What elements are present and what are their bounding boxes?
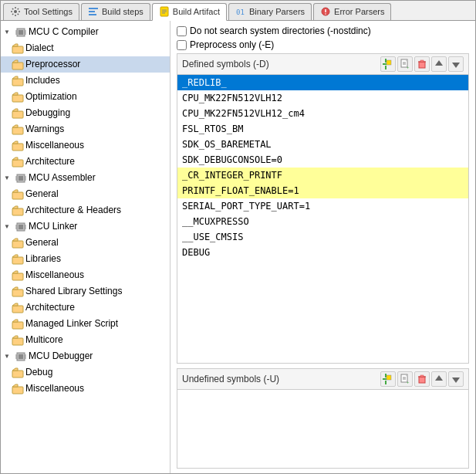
svg-rect-25 bbox=[12, 127, 23, 134]
expand-mcu-debugger: ▼ bbox=[2, 349, 12, 364]
folder-icon-misc-linker bbox=[12, 269, 24, 282]
svg-rect-49 bbox=[12, 289, 23, 296]
undef-delete-button[interactable] bbox=[414, 371, 430, 387]
symbol-item[interactable]: _CR_INTEGER_PRINTF bbox=[177, 168, 468, 183]
tree-node-shared-library-settings[interactable]: Shared Library Settings bbox=[1, 283, 170, 300]
defined-delete-button[interactable] bbox=[414, 56, 430, 72]
tab-build-steps[interactable]: Build steps bbox=[81, 3, 150, 20]
tree-node-mcu-assembler[interactable]: ▼ MCU Assembler bbox=[1, 170, 170, 186]
svg-rect-36 bbox=[12, 192, 23, 199]
defined-add-file-button[interactable]: + bbox=[397, 56, 413, 72]
label-debugging: Debugging bbox=[25, 106, 70, 120]
svg-rect-79 bbox=[387, 375, 391, 380]
symbol-item[interactable]: PRINTF_FLOAT_ENABLE=1 bbox=[177, 183, 468, 198]
right-panel: Do not search system directories (-nostd… bbox=[170, 21, 475, 473]
defined-move-down-button[interactable] bbox=[448, 56, 464, 72]
tree-node-miscellaneous-c[interactable]: Miscellaneous bbox=[1, 137, 170, 154]
svg-rect-20 bbox=[12, 46, 23, 53]
tab-binary-parsers[interactable]: 01 Binary Parsers bbox=[228, 3, 312, 20]
tree-node-preprocessor[interactable]: Preprocessor bbox=[1, 56, 170, 73]
tree-node-debug-dbg[interactable]: Debug bbox=[1, 364, 170, 381]
svg-rect-63 bbox=[385, 59, 387, 63]
chip-icon-debugger bbox=[15, 350, 27, 363]
tab-error-parsers-label: Error Parsers bbox=[334, 7, 384, 16]
defined-add-button[interactable] bbox=[380, 56, 396, 72]
tree-node-multicore[interactable]: Multicore bbox=[1, 332, 170, 348]
symbol-item[interactable]: SDK_OS_BAREMETAL bbox=[177, 137, 468, 152]
folder-icon-libraries bbox=[12, 253, 24, 266]
tree-node-mcu-linker[interactable]: ▼ MCU Linker bbox=[1, 218, 170, 235]
undef-move-up-button[interactable] bbox=[431, 371, 447, 387]
symbol-item[interactable]: CPU_MK22FN512VLH12_cm4 bbox=[177, 106, 468, 121]
tree-node-libraries[interactable]: Libraries bbox=[1, 251, 170, 267]
tree-node-managed-linker-script[interactable]: Managed Linker Script bbox=[1, 316, 170, 332]
label-debug-dbg: Debug bbox=[25, 365, 52, 380]
tree-node-mcu-c-compiler[interactable]: ▼ MCU C Compiler bbox=[1, 24, 170, 40]
svg-rect-46 bbox=[12, 241, 23, 248]
nostdinc-checkbox[interactable] bbox=[177, 26, 187, 36]
symbol-item[interactable]: CPU_MK22FN512VLH12 bbox=[177, 90, 468, 106]
undef-add-file-button[interactable]: + bbox=[397, 371, 413, 387]
nostdinc-row: Do not search system directories (-nostd… bbox=[177, 25, 469, 36]
tree-node-architecture-linker[interactable]: Architecture bbox=[1, 300, 170, 316]
tree-node-optimization[interactable]: Optimization bbox=[1, 89, 170, 105]
folder-icon-arch-c bbox=[12, 156, 24, 168]
svg-rect-73 bbox=[420, 60, 424, 62]
tree-node-includes[interactable]: Includes bbox=[1, 73, 170, 89]
symbol-item[interactable]: SERIAL_PORT_TYPE_UART=1 bbox=[177, 198, 468, 214]
svg-rect-76 bbox=[385, 374, 387, 378]
chip-icon-c-compiler bbox=[15, 26, 27, 39]
label-optimization: Optimization bbox=[25, 90, 77, 104]
tree-node-general-linker[interactable]: General bbox=[1, 235, 170, 251]
build-steps-icon bbox=[88, 6, 99, 17]
svg-text:+: + bbox=[407, 380, 410, 384]
symbol-item[interactable]: DEBUG bbox=[177, 245, 468, 260]
tree-node-debugging[interactable]: Debugging bbox=[1, 105, 170, 121]
tab-tool-settings[interactable]: Tool Settings bbox=[3, 3, 79, 20]
label-managed-linker-script: Managed Linker Script bbox=[25, 317, 118, 331]
tab-build-artifact[interactable]: Build Artifact bbox=[152, 3, 227, 21]
label-miscellaneous-linker: Miscellaneous bbox=[25, 268, 84, 283]
label-general-asm: General bbox=[25, 187, 59, 201]
tab-build-steps-label: Build steps bbox=[102, 7, 143, 16]
svg-rect-13 bbox=[19, 30, 23, 35]
label-miscellaneous-c: Miscellaneous bbox=[25, 138, 84, 153]
svg-rect-61 bbox=[12, 371, 23, 378]
preprocess-only-checkbox[interactable] bbox=[177, 40, 187, 50]
folder-icon-general-asm bbox=[12, 188, 24, 201]
undef-move-down-button[interactable] bbox=[448, 371, 464, 387]
label-architecture-linker: Architecture bbox=[25, 300, 75, 315]
svg-rect-22 bbox=[12, 79, 23, 86]
label-multicore: Multicore bbox=[25, 333, 63, 347]
symbol-item[interactable]: _REDLIB_ bbox=[177, 75, 468, 90]
symbol-item[interactable]: SDK_DEBUGCONSOLE=0 bbox=[177, 152, 468, 168]
tree-node-mcu-debugger[interactable]: ▼ MCU Debugger bbox=[1, 348, 170, 364]
svg-rect-2 bbox=[89, 11, 95, 12]
svg-rect-64 bbox=[385, 66, 387, 69]
tree-node-miscellaneous-linker[interactable]: Miscellaneous bbox=[1, 267, 170, 283]
tree-node-miscellaneous-dbg[interactable]: Miscellaneous bbox=[1, 381, 170, 397]
symbol-item[interactable]: FSL_RTOS_BM bbox=[177, 121, 468, 137]
tree-node-warnings[interactable]: Warnings bbox=[1, 121, 170, 137]
tree-node-arch-headers[interactable]: Architecture & Headers bbox=[1, 202, 170, 218]
tree-node-architecture-c[interactable]: Architecture bbox=[1, 154, 170, 170]
tab-error-parsers[interactable]: Error Parsers bbox=[313, 3, 391, 20]
label-shared-library-settings: Shared Library Settings bbox=[25, 284, 122, 299]
svg-point-11 bbox=[325, 13, 326, 15]
label-warnings: Warnings bbox=[25, 122, 64, 137]
label-general-linker: General bbox=[25, 235, 59, 250]
tree-node-dialect[interactable]: Dialect bbox=[1, 40, 170, 56]
svg-rect-48 bbox=[12, 273, 23, 280]
tree-node-general-asm[interactable]: General bbox=[1, 186, 170, 202]
svg-marker-88 bbox=[452, 378, 460, 383]
defined-move-up-button[interactable] bbox=[431, 56, 447, 72]
undef-add-button[interactable] bbox=[380, 371, 396, 387]
svg-rect-52 bbox=[12, 338, 23, 345]
main-content: ▼ MCU C Compiler Dialect Preprocessor In… bbox=[1, 21, 475, 473]
svg-rect-1 bbox=[89, 8, 98, 9]
undefined-symbols-list bbox=[177, 390, 468, 468]
svg-rect-84 bbox=[419, 377, 425, 383]
folder-icon-multicore bbox=[12, 334, 24, 347]
symbol-item[interactable]: __MCUXPRESSO bbox=[177, 214, 468, 229]
symbol-item[interactable]: __USE_CMSIS bbox=[177, 229, 468, 245]
